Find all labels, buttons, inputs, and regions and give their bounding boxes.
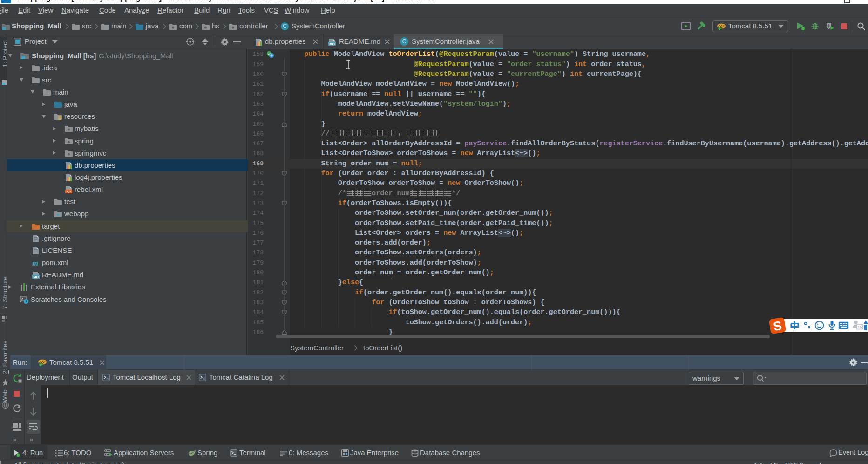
svg-text:MD: MD <box>33 275 39 279</box>
svg-text:<>: <> <box>67 190 70 194</box>
svg-text:15: 15 <box>857 325 862 329</box>
